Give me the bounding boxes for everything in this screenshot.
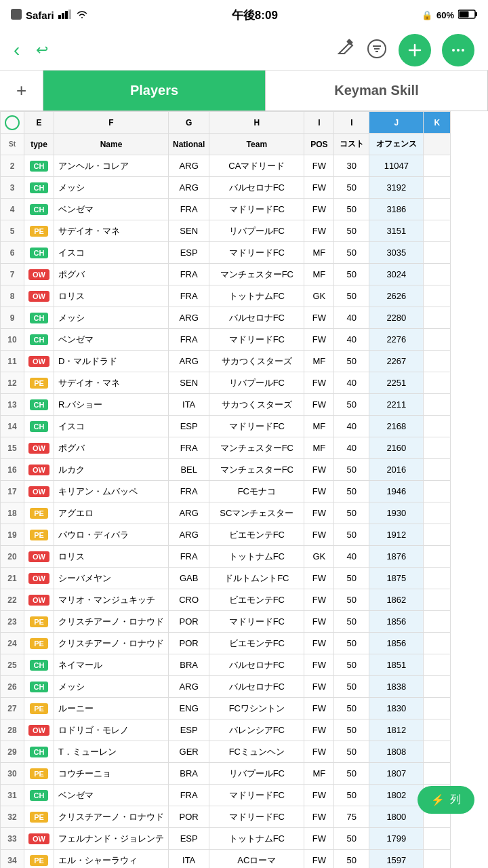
cell-offense: 1808 [369, 741, 424, 763]
cell-national: ARG [169, 524, 209, 546]
cell-name: クリスチアーノ・ロナウド [54, 806, 169, 828]
cell-offense: 2251 [369, 372, 424, 394]
header-f[interactable]: F [54, 112, 169, 134]
cell-cost: 40 [334, 329, 369, 351]
cell-national: GAB [169, 568, 209, 589]
header-cost[interactable]: I [334, 112, 369, 134]
table-row: 9CHメッシARGバルセロナFCFW402280 [1, 307, 451, 329]
cell-team: FCミュンヘン [209, 741, 304, 763]
cell-type: PE [24, 806, 54, 828]
svg-rect-6 [475, 12, 477, 16]
wifi-icon [76, 9, 88, 21]
cell-pos: FW [304, 199, 334, 220]
label-team: Team [209, 134, 304, 155]
table-row: 8OWロリスFRAトットナムFCGK502626 [1, 285, 451, 307]
table-row: 27PEルーニーENGFCワシントンFW501830 [1, 698, 451, 719]
table-row: 11OWD・マルドラドARGサカつくスターズMF502267 [1, 351, 451, 372]
cell-cost: 50 [334, 351, 369, 372]
row-number: 21 [1, 568, 24, 589]
table-row: 5PEサデイオ・マネSENリバプールFCFW503151 [1, 220, 451, 242]
cell-k [424, 459, 451, 481]
table-row: 29CHT．ミューレンGERFCミュンヘンFW501808 [1, 741, 451, 763]
filter-button[interactable] [366, 38, 388, 62]
header-g[interactable]: G [169, 112, 209, 134]
carrier-label: Safari [26, 9, 54, 21]
cell-team: マドリードFC [209, 611, 304, 633]
table-row: 25CHネイマールBRAバルセロナFCFW501851 [1, 654, 451, 676]
cell-type: PE [24, 524, 54, 546]
cell-offense: 2168 [369, 416, 424, 437]
header-j[interactable]: J [369, 112, 424, 134]
cell-pos: FW [304, 698, 334, 719]
cell-name: キリアン・ムバッペ [54, 481, 169, 502]
cell-national: BRA [169, 763, 209, 785]
cell-national: BRA [169, 654, 209, 676]
cell-pos: FW [304, 177, 334, 199]
table-row: 28OWロドリゴ・モレノESPバレンシアFCFW501812 [1, 719, 451, 741]
header-i[interactable]: I [304, 112, 334, 134]
cell-type: PE [24, 220, 54, 242]
row-number: 3 [1, 177, 24, 199]
table-row: 12PEサデイオ・マネSENリバプールFCFW402251 [1, 372, 451, 394]
cell-name: ルーニー [54, 698, 169, 719]
svg-rect-2 [62, 13, 64, 19]
row-select-circle[interactable] [5, 115, 20, 130]
cell-team: バルセロナFC [209, 654, 304, 676]
cell-pos: FW [304, 372, 334, 394]
cell-k [424, 372, 451, 394]
back-button[interactable]: ‹ [14, 39, 20, 61]
lock-icon: 🔒 [422, 10, 432, 20]
cell-k [424, 741, 451, 763]
cell-name: アンヘル・コレア [54, 155, 169, 177]
tab-add-button[interactable]: + [0, 71, 43, 111]
cell-type: CH [24, 394, 54, 416]
cell-national: ARG [169, 177, 209, 199]
cell-team: ACローマ [209, 850, 304, 869]
row-number: 13 [1, 394, 24, 416]
cell-k [424, 481, 451, 502]
svg-rect-7 [459, 11, 468, 17]
header-h[interactable]: H [209, 112, 304, 134]
header-k[interactable]: K [424, 112, 451, 134]
cell-k [424, 307, 451, 329]
tab-keyman[interactable]: Keyman Skill [266, 71, 488, 111]
cell-cost: 50 [334, 394, 369, 416]
cell-team: マンチェスターFC [209, 264, 304, 285]
cell-k [424, 285, 451, 307]
svg-point-15 [452, 49, 455, 52]
add-button[interactable] [399, 34, 431, 66]
cell-offense: 11047 [369, 155, 424, 177]
row-number: 14 [1, 416, 24, 437]
hammer-button[interactable] [333, 37, 355, 63]
cell-cost: 50 [334, 568, 369, 589]
cell-offense: 2267 [369, 351, 424, 372]
battery-label: 60% [436, 10, 454, 20]
table-row: 31CHベンゼマFRAマドリードFCFW501802 [1, 785, 451, 806]
table-row: 13CHR.バショーITAサカつくスターズFW502211 [1, 394, 451, 416]
cell-offense: 1862 [369, 589, 424, 611]
cell-team: バルセロナFC [209, 676, 304, 698]
cell-type: PE [24, 698, 54, 719]
label-national: National [169, 134, 209, 155]
tab-players[interactable]: Players [43, 71, 266, 111]
cell-k [424, 611, 451, 633]
cell-cost: 50 [334, 611, 369, 633]
more-button[interactable] [442, 34, 474, 66]
table-row: 6CHイスコESPマドリードFCMF503035 [1, 242, 451, 264]
cell-type: PE [24, 763, 54, 785]
cell-pos: FW [304, 785, 334, 806]
undo-button[interactable]: ↩ [36, 41, 48, 59]
header-e[interactable]: E [24, 112, 54, 134]
row-number: 33 [1, 828, 24, 850]
cell-name: ロリス [54, 546, 169, 568]
cell-cost: 50 [334, 719, 369, 741]
cell-name: ベンゼマ [54, 785, 169, 806]
cell-cost: 75 [334, 806, 369, 828]
cell-offense: 1912 [369, 524, 424, 546]
row-number: 24 [1, 633, 24, 654]
cell-cost: 50 [334, 220, 369, 242]
cell-type: CH [24, 416, 54, 437]
floating-action-button[interactable]: ⚡ 列 [418, 786, 474, 814]
cell-k [424, 155, 451, 177]
cell-k [424, 351, 451, 372]
